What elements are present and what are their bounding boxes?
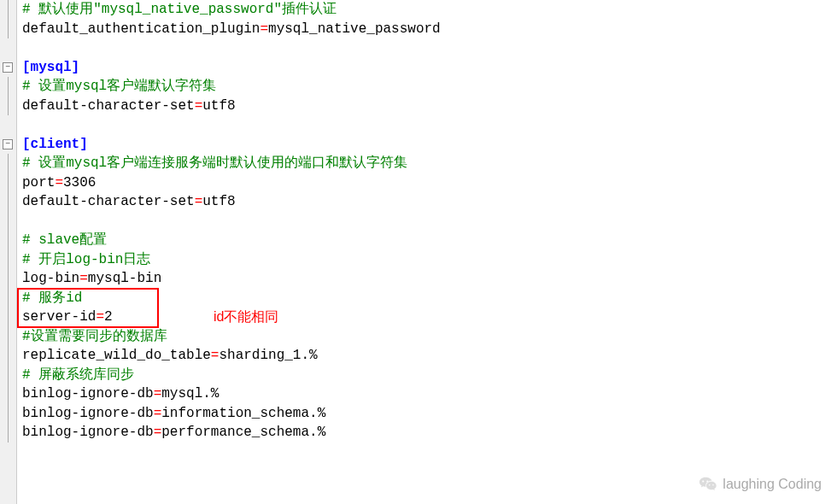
equals-sign: = bbox=[154, 425, 162, 440]
code-line[interactable] bbox=[22, 38, 837, 58]
fold-guide bbox=[8, 0, 9, 38]
comment-text: #设置需要同步的数据库 bbox=[22, 329, 167, 344]
code-line[interactable] bbox=[22, 212, 837, 231]
code-line[interactable] bbox=[22, 115, 837, 135]
code-line[interactable]: # 设置mysql客户端默认字符集 bbox=[22, 77, 837, 97]
config-key: replicate_wild_do_table bbox=[22, 348, 211, 363]
code-line[interactable]: server-id=2 bbox=[22, 308, 837, 327]
config-key: default-character-set bbox=[22, 194, 195, 209]
config-value: 2 bbox=[104, 309, 113, 325]
comment-text: # 服务id bbox=[22, 290, 82, 306]
fold-gutter: −− bbox=[0, 0, 17, 504]
config-value: utf8 bbox=[202, 98, 235, 114]
code-line[interactable]: replicate_wild_do_table=sharding_1.% bbox=[22, 346, 837, 366]
code-line[interactable]: # slave配置 bbox=[22, 231, 837, 250]
config-key: port bbox=[22, 175, 55, 190]
config-key: default_authentication_plugin bbox=[22, 21, 260, 37]
equals-sign: = bbox=[195, 194, 203, 209]
equals-sign: = bbox=[79, 271, 88, 286]
code-line[interactable]: binlog-ignore-db=mysql.% bbox=[22, 384, 837, 404]
code-line[interactable]: # 屏蔽系统库同步 bbox=[22, 366, 837, 385]
config-value: sharding_1.% bbox=[219, 348, 317, 363]
config-key: default-character-set bbox=[22, 98, 195, 114]
code-line[interactable]: [mysql] bbox=[22, 58, 837, 78]
comment-text: # slave配置 bbox=[22, 232, 107, 248]
config-key: binlog-ignore-db bbox=[22, 386, 154, 401]
fold-toggle[interactable]: − bbox=[3, 62, 13, 73]
watermark: laughing Coding bbox=[699, 475, 822, 494]
config-value: mysql.% bbox=[161, 386, 219, 401]
code-line[interactable]: default-character-set=utf8 bbox=[22, 192, 837, 212]
code-line[interactable]: # 开启log-bin日志 bbox=[22, 250, 837, 270]
code-area[interactable]: # 默认使用"mysql_native_password"插件认证default… bbox=[17, 0, 837, 504]
equals-sign: = bbox=[195, 98, 203, 114]
code-line[interactable]: default-character-set=utf8 bbox=[22, 97, 837, 116]
section-header: [mysql] bbox=[22, 60, 79, 75]
config-value: performance_schema.% bbox=[161, 425, 325, 440]
config-value: information_schema.% bbox=[161, 406, 325, 421]
equals-sign: = bbox=[55, 175, 63, 190]
equals-sign: = bbox=[154, 406, 162, 421]
comment-text: # 开启log-bin日志 bbox=[22, 252, 150, 267]
annotation-text: id不能相同 bbox=[214, 308, 278, 327]
config-value: 3306 bbox=[63, 175, 96, 190]
equals-sign: = bbox=[211, 348, 219, 363]
config-key: server-id bbox=[22, 309, 96, 325]
code-editor: −− # 默认使用"mysql_native_password"插件认证defa… bbox=[0, 0, 837, 504]
config-key: binlog-ignore-db bbox=[22, 425, 154, 440]
comment-text: # 设置mysql客户端默认字符集 bbox=[22, 79, 216, 94]
code-line[interactable]: # 默认使用"mysql_native_password"插件认证 bbox=[22, 0, 837, 20]
code-line[interactable]: [client] bbox=[22, 135, 837, 155]
config-value: mysql_native_password bbox=[268, 21, 441, 37]
fold-guide bbox=[8, 154, 9, 442]
code-line[interactable]: binlog-ignore-db=performance_schema.% bbox=[22, 423, 837, 442]
code-line[interactable]: default_authentication_plugin=mysql_nati… bbox=[22, 20, 837, 39]
comment-text: # 设置mysql客户端连接服务端时默认使用的端口和默认字符集 bbox=[22, 155, 407, 171]
code-line[interactable]: port=3306 bbox=[22, 173, 837, 193]
config-value: utf8 bbox=[202, 194, 235, 209]
code-line[interactable]: #设置需要同步的数据库 bbox=[22, 327, 837, 347]
config-key: log-bin bbox=[22, 271, 79, 286]
config-key: binlog-ignore-db bbox=[22, 406, 154, 421]
code-line[interactable]: log-bin=mysql-bin bbox=[22, 269, 837, 289]
wechat-icon bbox=[699, 475, 717, 494]
equals-sign: = bbox=[96, 309, 104, 325]
code-line[interactable]: # 设置mysql客户端连接服务端时默认使用的端口和默认字符集 bbox=[22, 154, 837, 173]
equals-sign: = bbox=[260, 21, 268, 37]
equals-sign: = bbox=[154, 386, 162, 401]
fold-guide bbox=[8, 77, 9, 115]
comment-text: # 屏蔽系统库同步 bbox=[22, 367, 134, 383]
config-value: mysql-bin bbox=[88, 271, 161, 286]
comment-text: # 默认使用"mysql_native_password"插件认证 bbox=[22, 2, 337, 17]
code-line[interactable]: binlog-ignore-db=information_schema.% bbox=[22, 404, 837, 424]
watermark-text: laughing Coding bbox=[723, 477, 822, 492]
code-line[interactable]: # 服务id bbox=[22, 289, 837, 308]
fold-toggle[interactable]: − bbox=[3, 139, 13, 149]
section-header: [client] bbox=[22, 137, 88, 152]
